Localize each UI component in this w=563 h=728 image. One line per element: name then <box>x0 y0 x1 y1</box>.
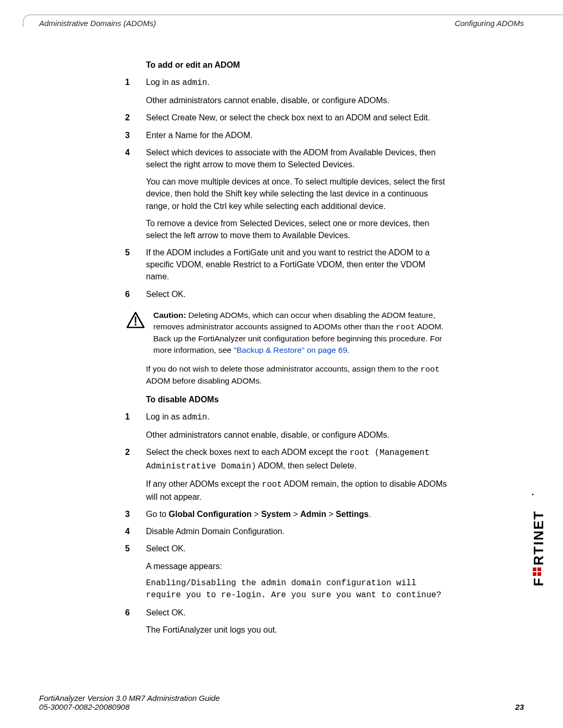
step-text: Select which devices to associate with t… <box>146 146 448 170</box>
step-text: Select OK. <box>146 288 448 300</box>
svg-rect-6 <box>537 572 541 576</box>
svg-rect-4 <box>533 572 536 576</box>
step-text: You can move multiple devices at once. T… <box>146 176 448 212</box>
step-number: 5 <box>125 542 146 601</box>
step-number: 3 <box>125 129 146 141</box>
footer-docid: 05-30007-0082-20080908 <box>39 702 220 711</box>
caution-followup: If you do not wish to delete those admin… <box>146 363 448 387</box>
footer-title: FortiAnalyzer Version 3.0 MR7 Administra… <box>39 694 220 702</box>
page-number: 23 <box>515 702 524 711</box>
svg-point-9 <box>532 494 534 496</box>
step-number: 4 <box>125 146 146 241</box>
caution-text: Caution: Deleting ADOMs, which can occur… <box>153 310 448 356</box>
step-number: 2 <box>125 112 146 124</box>
step-body: Log in as admin. Other administrators ca… <box>146 411 448 441</box>
step-body: Select OK. <box>146 288 448 300</box>
step-text: Log in as admin. <box>146 411 448 424</box>
step-number: 4 <box>125 525 146 537</box>
step-body: Select Create New, or select the check b… <box>146 112 448 124</box>
section2-heading: To disable ADOMs <box>146 395 448 404</box>
svg-rect-5 <box>533 567 536 571</box>
step-body: Select which devices to associate with t… <box>146 146 448 241</box>
svg-text:RTINET: RTINET <box>531 510 546 565</box>
step-text: Select the check boxes next to each ADOM… <box>146 446 448 472</box>
step-text: If the ADOM includes a FortiGate unit an… <box>146 246 448 283</box>
section1-heading: To add or edit an ADOM <box>146 60 448 70</box>
footer-left: FortiAnalyzer Version 3.0 MR7 Administra… <box>39 694 220 711</box>
svg-rect-7 <box>537 567 541 571</box>
step-text: Other administrators cannot enable, disa… <box>146 429 448 441</box>
s2-step6: 6 Select OK. The FortiAnalyzer unit logs… <box>125 607 448 636</box>
page-header: Administrative Domains (ADOMs) Configuri… <box>39 19 524 28</box>
step-number: 5 <box>125 246 146 283</box>
header-left: Administrative Domains (ADOMs) <box>39 19 156 28</box>
step-body: Log in as admin. Other administrators ca… <box>146 76 448 106</box>
step-number: 2 <box>125 446 146 503</box>
step-text: The FortiAnalyzer unit logs you out. <box>146 624 448 636</box>
header-right: Configuring ADOMs <box>455 19 524 28</box>
step-number: 6 <box>125 288 146 300</box>
step-body: Disable Admin Domain Configuration. <box>146 525 448 537</box>
s2-step3: 3 Go to Global Configuration > System > … <box>125 508 448 520</box>
step-number: 3 <box>125 508 146 520</box>
s2-step1: 1 Log in as admin. Other administrators … <box>125 411 448 441</box>
s1-step4: 4 Select which devices to associate with… <box>125 146 448 241</box>
svg-text:F: F <box>531 577 546 586</box>
console-message: Enabling/Disabling the admin domain conf… <box>146 577 448 601</box>
step-body: Select OK. A message appears: Enabling/D… <box>146 542 448 601</box>
step-number: 1 <box>125 411 146 441</box>
step-text: Enter a Name for the ADOM. <box>146 129 448 141</box>
caution-label: Caution: <box>153 311 186 319</box>
step-text: Log in as admin. <box>146 76 448 89</box>
step-text: A message appears: <box>146 560 448 572</box>
s1-step2: 2 Select Create New, or select the check… <box>125 112 448 124</box>
step-number: 6 <box>125 607 146 636</box>
caution-block: Caution: Deleting ADOMs, which can occur… <box>125 310 448 356</box>
step-text: Select OK. <box>146 542 448 554</box>
step-text: Select OK. <box>146 607 448 619</box>
s1-step5: 5 If the ADOM includes a FortiGate unit … <box>125 246 448 283</box>
warning-icon <box>125 310 146 328</box>
s1-step3: 3 Enter a Name for the ADOM. <box>125 129 448 141</box>
step-text: Select Create New, or select the check b… <box>146 112 448 124</box>
step-body: Select the check boxes next to each ADOM… <box>146 446 448 503</box>
step-text: Other administrators cannot enable, disa… <box>146 94 448 106</box>
s2-step2: 2 Select the check boxes next to each AD… <box>125 446 448 503</box>
step-text: Go to Global Configuration > System > Ad… <box>146 508 448 520</box>
step-body: If the ADOM includes a FortiGate unit an… <box>146 246 448 283</box>
s1-step6: 6 Select OK. <box>125 288 448 300</box>
s1-step1: 1 Log in as admin. Other administrators … <box>125 76 448 106</box>
step-text: To remove a device from Selected Devices… <box>146 217 448 241</box>
step-body: Go to Global Configuration > System > Ad… <box>146 508 448 520</box>
s2-step4: 4 Disable Admin Domain Configuration. <box>125 525 448 537</box>
svg-point-2 <box>134 324 137 326</box>
step-text: If any other ADOMs except the root ADOM … <box>146 478 448 503</box>
s2-step5: 5 Select OK. A message appears: Enabling… <box>125 542 448 601</box>
page-footer: FortiAnalyzer Version 3.0 MR7 Administra… <box>39 694 524 711</box>
step-body: Select OK. The FortiAnalyzer unit logs y… <box>146 607 448 636</box>
step-text: Disable Admin Domain Configuration. <box>146 525 448 537</box>
fortinet-logo: F RTINET <box>529 490 547 591</box>
backup-restore-link[interactable]: "Backup & Restore" on page 69 <box>234 346 347 354</box>
step-body: Enter a Name for the ADOM. <box>146 129 448 141</box>
main-content: To add or edit an ADOM 1 Log in as admin… <box>125 52 448 641</box>
step-number: 1 <box>125 76 146 106</box>
